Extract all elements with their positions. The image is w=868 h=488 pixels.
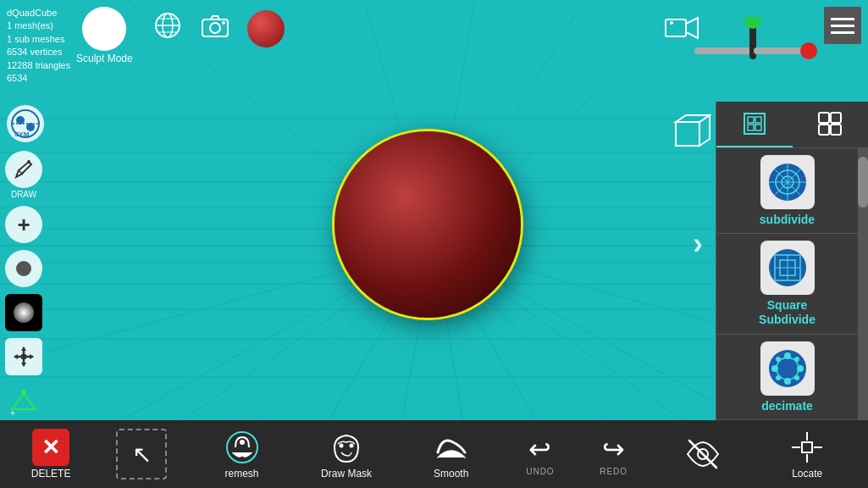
svg-point-54 — [27, 160, 30, 164]
svg-marker-56 — [21, 363, 26, 367]
delete-button[interactable]: ✕ DELETE — [31, 429, 71, 480]
material-preview-icon[interactable] — [247, 10, 285, 47]
shapes-tab-icon — [741, 110, 768, 137]
triangles-count: 12288 triangles — [7, 59, 70, 72]
hamburger-line-2 — [831, 25, 854, 27]
tool-item-subdivide[interactable]: subdivide — [716, 148, 858, 234]
svg-point-97 — [350, 444, 354, 448]
globe-icon[interactable] — [152, 10, 183, 47]
draw-label: DRAW — [11, 190, 36, 199]
svg-point-90 — [794, 357, 799, 362]
camera-svg — [200, 11, 230, 42]
value-count: 6534 — [7, 72, 70, 85]
sym-circle: SYM — [7, 105, 44, 142]
select-tool-button[interactable]: ↖ — [116, 429, 167, 480]
square-subdivide-icon — [765, 245, 810, 291]
svg-point-87 — [771, 365, 778, 372]
locate-label: Locate — [792, 468, 822, 480]
remesh-button[interactable]: remesh — [213, 429, 272, 480]
svg-rect-70 — [831, 125, 841, 135]
svg-marker-48 — [699, 115, 710, 146]
sculpt-mode-label: Sculpt Mode — [76, 53, 133, 64]
svg-rect-46 — [676, 122, 699, 146]
mesh-count: 1 mesh(es) — [7, 19, 70, 32]
hamburger-menu[interactable] — [824, 7, 861, 44]
circle-tool-button[interactable] — [5, 250, 42, 287]
tool-item-square-subdivide[interactable]: SquareSubdivide — [716, 234, 858, 335]
circle-inner — [16, 261, 31, 276]
hamburger-line-3 — [831, 31, 854, 34]
tool-item-decimate[interactable]: decimate — [716, 335, 858, 420]
sub-meshes: 1 sub meshes — [7, 33, 70, 46]
add-button[interactable]: + — [5, 206, 42, 243]
glow-tool-button[interactable] — [5, 294, 42, 331]
sculpt-mode-button[interactable]: Sculpt Mode — [76, 7, 133, 64]
locate-svg — [788, 429, 826, 466]
remesh-svg — [224, 429, 261, 466]
decimate-icon — [765, 346, 810, 391]
hide-show-icon — [684, 435, 721, 473]
glow-center — [14, 302, 34, 323]
transform-tool-svg — [686, 17, 821, 85]
view-cube-svg — [669, 110, 711, 152]
viewport-next-arrow[interactable]: › — [693, 226, 703, 262]
viewport[interactable]: dQuadCube 1 mesh(es) 1 sub meshes 6534 v… — [0, 0, 868, 488]
draw-svg — [12, 158, 36, 181]
svg-text:SYM: SYM — [14, 130, 30, 138]
smooth-bottom-svg — [433, 429, 470, 466]
sym-icon[interactable]: SYM — [3, 102, 47, 146]
move-button[interactable] — [5, 338, 42, 375]
panel-tabs — [716, 102, 868, 148]
svg-line-99 — [689, 441, 716, 468]
undo-icon: ↩ — [528, 433, 551, 465]
subdivide-icon — [765, 159, 810, 205]
svg-rect-44 — [754, 47, 804, 54]
square-subdivide-icon-box — [760, 241, 815, 295]
svg-point-60 — [21, 390, 26, 395]
tools-tab-icon — [816, 110, 843, 137]
left-sidebar: DRAW + — [5, 151, 42, 429]
view-cube-icon[interactable] — [669, 110, 711, 152]
3d-sphere[interactable] — [334, 131, 521, 318]
svg-rect-64 — [755, 117, 761, 123]
undo-button[interactable]: ↩ UNDO — [526, 433, 554, 476]
svg-rect-100 — [802, 442, 812, 452]
svg-rect-68 — [831, 113, 841, 123]
svg-point-86 — [784, 378, 791, 385]
svg-point-95 — [240, 440, 245, 445]
transform-tool[interactable] — [686, 17, 821, 85]
panel-tab-shapes[interactable] — [716, 102, 793, 147]
remesh-icon — [224, 429, 261, 466]
cursor-arrow-icon: ↖ — [132, 441, 152, 469]
svg-point-92 — [794, 375, 799, 380]
bottom-toolbar: ✕ DELETE ↖ remesh Draw Ma — [0, 420, 868, 488]
objects-svg: + — [8, 385, 39, 416]
hide-show-button[interactable] — [673, 435, 733, 473]
move-svg — [12, 345, 36, 369]
mesh-info: dQuadCube 1 mesh(es) 1 sub meshes 6534 v… — [7, 7, 70, 85]
draw-mask-button[interactable]: Draw Mask — [317, 429, 376, 480]
subdivide-label: subdivide — [760, 213, 815, 226]
globe-svg — [152, 10, 183, 41]
svg-rect-69 — [819, 125, 829, 135]
smooth-tool-button[interactable]: Smooth — [422, 429, 481, 480]
draw-button[interactable]: DRAW — [5, 151, 42, 199]
camera-icon[interactable] — [200, 11, 230, 47]
svg-text:+: + — [10, 408, 15, 416]
svg-point-89 — [776, 357, 781, 362]
redo-icon: ↪ — [602, 433, 625, 465]
svg-point-43 — [744, 17, 761, 29]
undo-label: UNDO — [526, 467, 554, 476]
panel-tab-tools[interactable] — [793, 102, 869, 147]
svg-point-37 — [222, 21, 225, 25]
svg-rect-59 — [21, 354, 26, 359]
locate-button[interactable]: Locate — [777, 429, 837, 480]
svg-point-36 — [210, 23, 220, 33]
draw-icon — [5, 151, 42, 188]
svg-rect-67 — [819, 113, 829, 123]
svg-marker-57 — [14, 354, 18, 359]
redo-button[interactable]: ↪ REDO — [600, 433, 628, 476]
redo-label: REDO — [600, 467, 628, 476]
hamburger-line-1 — [831, 18, 854, 20]
svg-point-91 — [776, 375, 781, 380]
